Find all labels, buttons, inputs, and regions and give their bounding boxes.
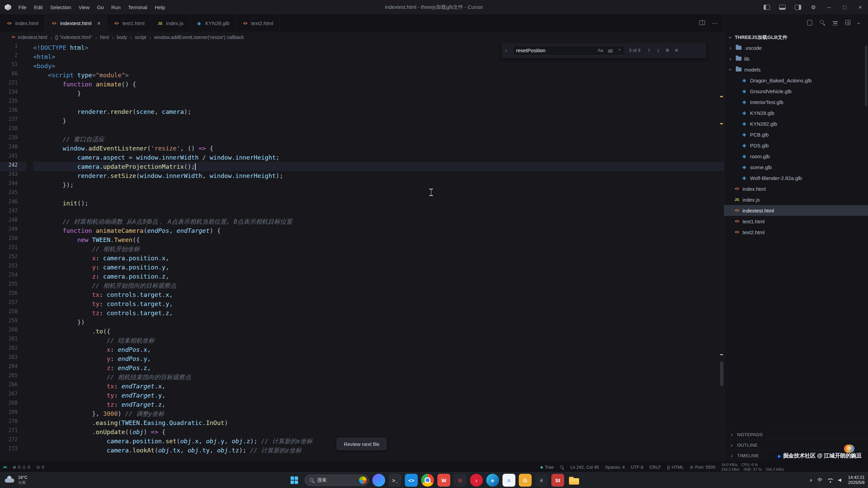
port-indicator[interactable]: ⊘Port: 5500 <box>687 462 718 472</box>
console-icon[interactable]: # <box>535 474 548 487</box>
chrome-icon[interactable] <box>421 474 434 487</box>
code-line[interactable]: window.addEventListener('resize', () => … <box>33 144 724 153</box>
code-line[interactable]: // 相机结束指向的目标观察点 <box>33 372 724 382</box>
code-line[interactable]: <body> <box>33 61 724 70</box>
code-line[interactable]: x: camera.position.x, <box>33 253 724 263</box>
find-next-button[interactable]: ↓ <box>654 47 663 54</box>
zoom-indicator[interactable] <box>557 462 567 472</box>
split-editor-icon[interactable] <box>699 20 705 27</box>
tree-item-KYN28.glb[interactable]: KYN28.glb <box>724 107 868 118</box>
breadcrumb-item[interactable]: html <box>100 35 109 40</box>
find-input[interactable]: resetPosition Aa ab .* <box>513 45 625 56</box>
ime-indicator[interactable]: 中 <box>817 477 822 483</box>
code-line[interactable]: // 结束相机坐标 <box>33 336 724 345</box>
code-line[interactable]: tz: endTarget.z, <box>33 400 724 409</box>
code-line[interactable] <box>33 189 724 199</box>
more-actions-icon[interactable]: ··· <box>712 20 718 27</box>
remote-indicator[interactable]: >< <box>0 462 9 472</box>
game-icon[interactable]: G <box>519 474 532 487</box>
sidebar-scrollbar[interactable] <box>865 45 867 106</box>
regex-toggle[interactable]: .* <box>616 47 622 53</box>
minimize-button[interactable]: – <box>821 0 837 15</box>
menu-terminal[interactable]: Terminal <box>124 0 151 15</box>
tree-item-Wolf-Blender-2.82a.glb[interactable]: Wolf-Blender-2.82a.glb <box>724 172 868 183</box>
find-toggle-replace-chevron[interactable]: › <box>502 43 510 58</box>
cursor-position[interactable]: Ln 242, Col 45 <box>567 462 602 472</box>
start-button[interactable] <box>288 473 301 487</box>
code-line[interactable]: .to({ <box>33 327 724 336</box>
tree-item-lib[interactable]: ›lib <box>724 53 868 64</box>
code-line[interactable]: z: camera.position.z, <box>33 272 724 281</box>
tree-item-text2.html[interactable]: text2.html <box>724 227 868 238</box>
code-line[interactable]: function animateCamera(endPos, endTarget… <box>33 226 724 235</box>
tab-index.js[interactable]: index.js <box>151 15 190 32</box>
eol-indicator[interactable]: CRLF <box>646 462 664 472</box>
layout-sidebar-left-icon[interactable] <box>759 0 774 15</box>
code-line[interactable]: x: endPos.x, <box>33 345 724 354</box>
filter-icon[interactable] <box>833 20 838 27</box>
code-line[interactable]: ty: endTarget.y, <box>33 391 724 400</box>
match-case-toggle[interactable]: Aa <box>596 47 605 53</box>
breadcrumb-item[interactable]: window.addEventListener('resize') callba… <box>154 35 244 40</box>
terminal-icon[interactable]: >_ <box>389 474 401 487</box>
code-lines[interactable]: <!DOCTYPE html><html><body> <script type… <box>26 43 724 462</box>
tree-item-PCB.glb[interactable]: PCB.glb <box>724 129 868 140</box>
code-line[interactable]: new TWEEN.Tween({ <box>33 235 724 244</box>
code-line[interactable]: camera.updateProjectionMatrix(); <box>33 162 724 171</box>
tree-item-scene.glb[interactable]: scene.glb <box>724 162 868 172</box>
code-line[interactable]: } <box>33 89 724 98</box>
tab-text2.html[interactable]: text2.html <box>236 15 280 32</box>
code-line[interactable]: y: camera.position.y, <box>33 263 724 272</box>
code-line[interactable]: // 相机开始坐标 <box>33 244 724 253</box>
language-indicator[interactable]: {} HTML <box>664 462 687 472</box>
indentation-indicator[interactable]: Spaces: 4 <box>602 462 628 472</box>
code-line[interactable]: <script type="module"> <box>33 70 724 80</box>
tab-text1.html[interactable]: text1.html <box>107 15 151 32</box>
settings-gear-icon[interactable]: ⚙ <box>806 0 821 15</box>
code-line[interactable]: renderer.setSize(window.innerWidth, wind… <box>33 171 724 180</box>
code-line[interactable]: init(); <box>33 199 724 208</box>
edge-icon[interactable]: e <box>486 474 499 487</box>
find-in-selection-button[interactable]: ≡ <box>663 47 672 54</box>
layout-sidebar-right-icon[interactable] <box>790 0 806 15</box>
tree-item-GroundVehicle.glb[interactable]: GroundVehicle.glb <box>724 86 868 97</box>
code-line[interactable]: // 封装相机动画函数 从A点到B点， A点表示相机当前位置, B点表示相机目标… <box>33 217 724 226</box>
menu-help[interactable]: Help <box>151 0 169 15</box>
code-line[interactable] <box>33 125 724 135</box>
code-line[interactable]: } <box>33 116 724 125</box>
trae-indicator[interactable]: ◆Trae <box>537 462 557 472</box>
tree-item-models[interactable]: ›models <box>724 64 868 75</box>
code-line[interactable]: renderer.render(scene, camera); <box>33 107 724 116</box>
problems-indicator[interactable]: ⊗0 ⚠0 <box>9 462 33 472</box>
editor[interactable]: 1251662212342352362372382392402412422432… <box>0 43 724 462</box>
tray-chevron-icon[interactable]: ∧ <box>810 478 813 483</box>
tree-item-Dragon_Baked_Actions.glb[interactable]: Dragon_Baked_Actions.glb <box>724 75 868 86</box>
code-line[interactable]: // 窗口自适应 <box>33 135 724 144</box>
file-explorer-icon[interactable] <box>568 474 580 487</box>
tree-item-KYN282.glb[interactable]: KYN282.glb <box>724 118 868 129</box>
music-app-icon[interactable]: ◎ <box>454 474 467 487</box>
docs-icon[interactable]: ≡ <box>502 474 515 487</box>
code-line[interactable]: // 相机开始指向的目标观察点 <box>33 281 724 290</box>
whole-word-toggle[interactable]: ab <box>607 47 614 53</box>
code-line[interactable]: .easing(TWEEN.Easing.Quadratic.InOut) <box>33 418 724 427</box>
menu-run[interactable]: Run <box>107 0 124 15</box>
code-line[interactable] <box>33 208 724 217</box>
code-line[interactable]: }) <box>33 318 724 327</box>
app-st-icon[interactable]: St <box>551 474 564 487</box>
tree-item-.vscode[interactable]: ›.vscode <box>724 42 868 53</box>
editor-scrollbar[interactable] <box>720 362 723 386</box>
tree-item-index.html[interactable]: index.html <box>724 183 868 194</box>
netease-music-icon[interactable]: ♪ <box>470 474 483 487</box>
weather-widget[interactable]: 18°C 大雨 <box>0 472 32 488</box>
layout-grid-icon[interactable] <box>845 20 850 26</box>
code-line[interactable]: camera.aspect = window.innerWidth / wind… <box>33 153 724 162</box>
code-line[interactable]: function animate() { <box>33 80 724 89</box>
tree-item-room.glb[interactable]: room.glb <box>724 151 868 162</box>
breadcrumb-item[interactable]: indextest.html <box>10 34 47 40</box>
breadcrumb-item[interactable]: script <box>135 35 146 40</box>
layout-panel-bottom-icon[interactable] <box>774 0 790 15</box>
open-editors-icon[interactable] <box>807 20 812 27</box>
maximize-button[interactable]: □ <box>837 0 852 15</box>
review-next-file-button[interactable]: Review next file <box>337 438 387 450</box>
